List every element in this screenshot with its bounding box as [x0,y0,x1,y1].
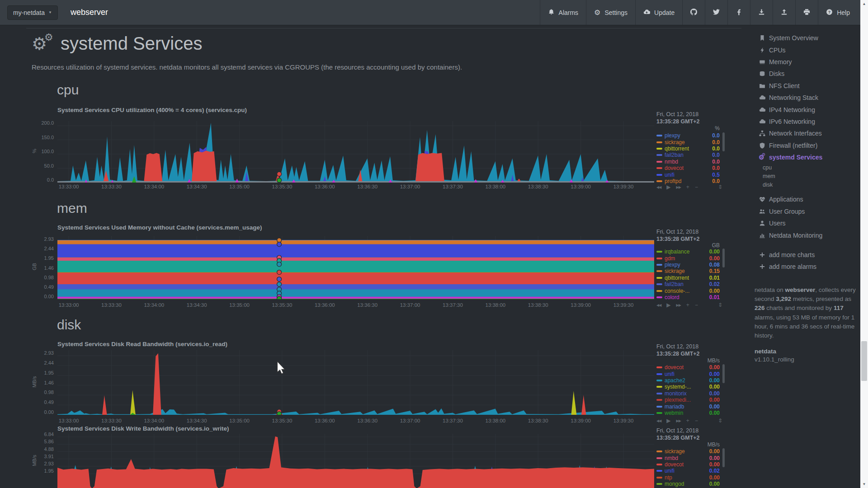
settings-button[interactable]: ⚙Settings [586,0,635,25]
legend-item-dovecot[interactable]: dovecot0.00 [656,364,720,371]
pan-forward-icon[interactable]: ▶▶ [676,419,681,423]
scroll-down-arrow-icon[interactable]: ▼ [860,480,868,488]
plot-cpu[interactable] [57,121,654,183]
legend-scrollbar[interactable] [722,364,725,383]
legend-item-fail2ban[interactable]: fail2ban0.0 [656,152,720,158]
legend-time-cpu: 13:35:28 GMT+2 [656,118,720,125]
pan-forward-icon[interactable]: ▶▶ [676,303,681,307]
sidebar-item-nfs-client[interactable]: NFS Client [753,80,860,92]
legend-item-dovecot[interactable]: dovecot0.00 [656,461,720,468]
sidebar-add-more-charts[interactable]: add more charts [753,249,860,261]
my-netdata-dropdown[interactable]: my-netdata ▼ [7,5,58,20]
help-button[interactable]: ?Help [818,0,858,25]
legend-swatch [656,483,662,485]
sidebar-sub-disk[interactable]: disk [753,180,860,189]
zoom-out-icon[interactable]: − [695,418,698,424]
pan-backward-icon[interactable]: ◀◀ [656,303,661,307]
page-scrollbar[interactable]: ▲ ▼ [860,0,868,488]
scroll-up-arrow-icon[interactable]: ▲ [860,0,868,8]
zoom-out-icon[interactable]: − [695,302,698,308]
legend-scrollbar[interactable] [722,132,725,151]
sidebar-item-netdata-monitoring[interactable]: Netdata Monitoring [753,229,860,241]
print-button[interactable] [795,0,818,25]
sidebar-item-users[interactable]: Users [753,217,860,229]
sidebar-sub-mem[interactable]: mem [753,172,860,180]
sidebar-item-applications[interactable]: Applications [753,193,860,205]
x-tick-label: 13:36:00 [315,184,335,189]
sidebar-item-networking-stack[interactable]: Networking Stack [753,92,860,103]
zoom-out-icon[interactable]: − [695,184,698,190]
legend-item-mariadb[interactable]: mariadb0.00 [656,403,720,409]
resize-icon[interactable]: ⇕ [718,184,722,190]
legend-item-monitorix[interactable]: monitorix0.00 [656,390,720,397]
legend-scrollbar[interactable] [722,448,725,467]
x-tick-label: 13:38:00 [485,302,505,308]
sidebar-item-memory[interactable]: Memory [753,56,860,68]
github-button[interactable] [682,0,705,25]
sidebar-add-more-alarms[interactable]: add more alarms [753,261,860,272]
upload-button[interactable] [773,0,795,25]
resize-icon[interactable]: ⇕ [718,302,722,308]
plot-io_write[interactable] [57,434,654,488]
sidebar-item-cpus[interactable]: CPUs [753,44,860,56]
legend-item-apache2[interactable]: apache20.00 [656,377,720,384]
legend-item-unifi[interactable]: unifi0.00 [656,371,720,377]
legend-item-nmbd[interactable]: nmbd0.0 [656,159,720,165]
sidebar-item-ipv6-networking[interactable]: IPv6 Networking [753,116,860,127]
x-tick-label: 13:39:30 [613,184,634,189]
pan-backward-icon[interactable]: ◀◀ [656,419,661,423]
legend-item-plexpy[interactable]: plexpy0.0 [656,132,720,139]
legend-item-colord[interactable]: colord0.01 [656,294,720,300]
legend-item-unifi[interactable]: unifi0.5 [656,171,720,178]
legend-swatch [656,180,662,182]
legend-item-qbittorrent[interactable]: qbittorrent0.0 [656,145,720,152]
legend-item-systemd-[interactable]: systemd-...0.00 [656,384,720,390]
hostname-brand[interactable]: webserver [71,8,108,17]
play-icon[interactable]: ▶ [666,418,670,424]
heartbeat-icon [759,196,765,203]
update-button[interactable]: Update [635,0,682,25]
cloud-icon [759,94,765,101]
legend-item-plexmedi-[interactable]: plexmedi...0.00 [656,397,720,403]
twitter-button[interactable] [705,0,727,25]
legend-item-mongod[interactable]: mongod0.00 [656,481,720,487]
legend-item-irqbalance[interactable]: irqbalance0.00 [656,249,720,255]
sidebar-item-system-overview[interactable]: System Overview [753,32,860,44]
legend-item-sickrage[interactable]: sickrage0.00 [656,448,720,455]
legend-item-nmbd[interactable]: nmbd0.00 [656,455,720,461]
legend-item-ntp[interactable]: ntp0.00 [656,474,720,481]
plot-mem[interactable] [57,236,654,299]
legend-item-sickrage[interactable]: sickrage0.15 [656,268,720,274]
pan-forward-icon[interactable]: ▶▶ [676,185,681,189]
play-icon[interactable]: ▶ [666,302,670,308]
alarms-button[interactable]: Alarms [540,0,586,25]
sidebar-item-network-interfaces[interactable]: Network Interfaces [753,127,860,139]
download-button[interactable] [750,0,773,25]
legend-item-plexpy[interactable]: plexpy0.08 [656,262,720,268]
legend-item-gdm[interactable]: gdm0.00 [656,255,720,261]
legend-scrollbar[interactable] [722,249,725,267]
sidebar-item-ipv4-networking[interactable]: IPv4 Networking [753,103,860,115]
pan-backward-icon[interactable]: ◀◀ [656,185,661,189]
legend-item-qbittorrent[interactable]: qbittorrent0.01 [656,275,720,281]
legend-item-unifi[interactable]: unifi0.02 [656,468,720,474]
resize-icon[interactable]: ⇕ [718,418,722,424]
zoom-in-icon[interactable]: + [686,418,689,424]
facebook-button[interactable] [727,0,750,25]
legend-item-dovecot[interactable]: dovecot0.0 [656,165,720,171]
scrollbar-thumb[interactable] [861,341,867,381]
legend-item-fail2ban[interactable]: fail2ban0.02 [656,281,720,287]
zoom-in-icon[interactable]: + [686,302,689,308]
legend-name: unifi [665,468,708,474]
sidebar-item-disks[interactable]: Disks [753,68,860,80]
sidebar-item-firewall-netfilter-[interactable]: Firewall (netfilter) [753,140,860,151]
zoom-in-icon[interactable]: + [686,184,689,190]
play-icon[interactable]: ▶ [666,184,670,190]
legend-item-sickrage[interactable]: sickrage0.0 [656,139,720,145]
sidebar-sub-cpu[interactable]: cpu [753,163,860,172]
legend-item-webmin[interactable]: webmin0.00 [656,410,720,416]
plot-io_read[interactable] [57,350,654,415]
sidebar-item-user-groups[interactable]: User Groups [753,206,860,217]
sidebar-item-systemd-services[interactable]: ⚙⚙systemd Services [753,151,860,163]
legend-item-console-[interactable]: console-...0.00 [656,287,720,294]
